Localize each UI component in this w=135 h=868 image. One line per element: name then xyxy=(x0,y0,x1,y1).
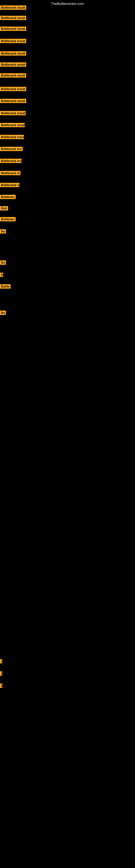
bottleneck-badge-26: | xyxy=(0,671,2,676)
bottleneck-badge-8: Bottleneck result xyxy=(0,87,26,91)
bottleneck-badge-13: Bottleneck res xyxy=(0,147,23,151)
bottleneck-badge-21: Bo xyxy=(0,260,6,265)
bottleneck-badge-7: Bottleneck result xyxy=(0,73,26,78)
bottleneck-badge-12: Bottleneck result xyxy=(0,135,24,139)
bottleneck-badge-17: Bottlenec xyxy=(0,195,16,199)
bottleneck-badge-5: Bottleneck result xyxy=(0,51,26,56)
bottleneck-badge-9: Bottleneck result xyxy=(0,99,26,103)
bottleneck-badge-18: Bott xyxy=(0,206,8,211)
bottleneck-badge-23: Bottle xyxy=(0,284,10,289)
bottleneck-badge-25: | xyxy=(0,659,2,663)
bottleneck-badge-4: Bottleneck result xyxy=(0,39,26,43)
site-title: TheBottlenecker.com xyxy=(51,2,84,6)
bottleneck-badge-27: E xyxy=(0,684,2,688)
bottleneck-badge-2: Bottleneck result xyxy=(0,16,26,20)
bottleneck-badge-1: Bottleneck result xyxy=(0,5,26,10)
bottleneck-badge-11: Bottleneck result xyxy=(0,123,25,127)
bottleneck-badge-19: Bottlenec xyxy=(0,217,16,221)
bottleneck-badge-3: Bottleneck result xyxy=(0,27,26,31)
bottleneck-badge-15: Bottleneck re xyxy=(0,171,20,175)
bottleneck-badge-20: Bo xyxy=(0,229,6,234)
bottleneck-badge-22: B xyxy=(0,273,3,277)
bottleneck-badge-16: Bottleneck res xyxy=(0,183,19,187)
bottleneck-badge-10: Bottleneck result xyxy=(0,111,26,115)
bottleneck-badge-24: Bo xyxy=(0,311,6,315)
bottleneck-badge-14: Bottleneck res xyxy=(0,159,21,163)
bottleneck-badge-6: Bottleneck result xyxy=(0,62,26,67)
